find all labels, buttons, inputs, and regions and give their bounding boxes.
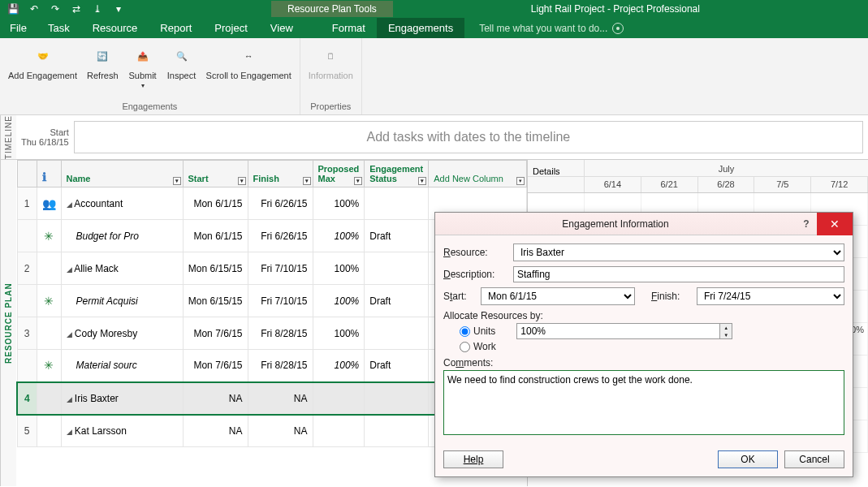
qat-icon[interactable]: ⇄ [70, 2, 83, 15]
inspect-button[interactable]: 🔍 Inspect [164, 41, 200, 82]
units-input[interactable] [516, 323, 719, 339]
col-name[interactable]: Name▾ [61, 161, 183, 187]
resource-select[interactable]: Iris Baxter [513, 244, 844, 261]
cell-name[interactable]: ◢ Iris Baxter [61, 382, 183, 415]
cell-start[interactable]: NA [183, 382, 248, 415]
timeline-bar[interactable]: Add tasks with dates to the timeline [74, 121, 863, 153]
tab-task[interactable]: Task [37, 18, 81, 38]
cell-start[interactable]: Mon 6/1/15 [183, 187, 248, 220]
spinner-arrows[interactable]: ▲▼ [719, 323, 732, 339]
cell-finish[interactable]: Fri 7/10/15 [248, 252, 313, 285]
tell-me-search[interactable]: Tell me what you want to do... [471, 18, 868, 38]
cell-finish[interactable]: NA [248, 415, 313, 447]
cell-status[interactable] [365, 382, 429, 415]
tab-view[interactable]: View [259, 18, 304, 38]
cell-start[interactable]: Mon 6/15/15 [183, 252, 248, 285]
col-add[interactable]: Add New Column▾ [429, 161, 526, 187]
cell-name[interactable]: ◢ Allie Mack [61, 252, 183, 285]
cell-status[interactable] [365, 317, 429, 350]
qat-icon[interactable]: ⤓ [91, 2, 104, 15]
row-number[interactable] [17, 285, 37, 317]
cell-max[interactable]: 100% [313, 252, 365, 285]
indicator-icon [37, 252, 61, 285]
start-select[interactable]: Mon 6/1/15 [481, 287, 635, 305]
cell-status[interactable] [365, 415, 429, 447]
submit-button[interactable]: 📤 Submit ▾ [125, 41, 161, 91]
chevron-down-icon[interactable]: ▾ [173, 177, 181, 185]
add-engagement-button[interactable]: 🤝 Add Engagement [5, 41, 80, 82]
col-status[interactable]: Engagement Status▾ [365, 161, 429, 187]
col-info[interactable]: ℹ [37, 161, 61, 187]
cell-max[interactable]: 100% [313, 285, 365, 317]
row-number[interactable] [17, 350, 37, 382]
tab-format[interactable]: Format [321, 18, 377, 38]
cell-max[interactable]: 100% [313, 350, 365, 382]
cell-start[interactable]: Mon 7/6/15 [183, 350, 248, 382]
cell-name[interactable]: ◢ Kat Larsson [61, 415, 183, 447]
cell-start[interactable]: Mon 7/6/15 [183, 317, 248, 350]
cell-start[interactable]: NA [183, 415, 248, 447]
undo-icon[interactable]: ↶ [28, 2, 41, 15]
row-number[interactable]: 1 [17, 187, 37, 220]
chevron-down-icon[interactable]: ▾ [418, 177, 426, 185]
units-spinner[interactable]: ▲▼ [516, 323, 732, 339]
qat-dropdown-icon[interactable]: ▾ [112, 2, 125, 15]
cell-start[interactable]: Mon 6/15/15 [183, 285, 248, 317]
help-button[interactable]: Help [443, 450, 503, 468]
tab-report[interactable]: Report [149, 18, 203, 38]
units-radio[interactable]: Units [460, 325, 495, 337]
tab-file[interactable]: File [0, 18, 37, 38]
row-number[interactable]: 4 [17, 382, 37, 415]
finish-label: Finish: [651, 291, 692, 302]
description-input[interactable] [513, 266, 844, 282]
chevron-down-icon[interactable]: ▾ [303, 177, 311, 185]
cell-name[interactable]: ◢ Cody Moresby [61, 317, 183, 350]
cell-finish[interactable]: Fri 6/26/15 [248, 220, 313, 252]
col-start[interactable]: Start▾ [183, 161, 248, 187]
chevron-down-icon[interactable]: ▾ [354, 177, 362, 185]
cell-start[interactable]: Mon 6/1/15 [183, 220, 248, 252]
cell-finish[interactable]: Fri 8/28/15 [248, 317, 313, 350]
cell-finish[interactable]: Fri 6/26/15 [248, 187, 313, 220]
cell-name[interactable]: Material sourc [61, 350, 183, 382]
dialog-help-icon[interactable]: ? [796, 218, 817, 230]
finish-select[interactable]: Fri 7/24/15 [697, 287, 844, 305]
redo-icon[interactable]: ↷ [49, 2, 62, 15]
cell-finish[interactable]: NA [248, 382, 313, 415]
dialog-titlebar[interactable]: Engagement Information ? ✕ [435, 213, 853, 235]
row-number[interactable] [17, 220, 37, 252]
save-icon[interactable]: 💾 [6, 2, 19, 15]
cell-status[interactable]: Draft [365, 220, 429, 252]
scroll-to-engagement-button[interactable]: ↔ Scroll to Engagement [203, 41, 295, 82]
close-icon[interactable]: ✕ [817, 213, 853, 235]
chevron-down-icon[interactable]: ▾ [516, 177, 525, 185]
row-number[interactable]: 2 [17, 252, 37, 285]
cell-name[interactable]: Budget for Pro [61, 220, 183, 252]
comments-textarea[interactable] [443, 370, 844, 435]
cell-status[interactable]: Draft [365, 285, 429, 317]
ok-button[interactable]: OK [718, 450, 778, 468]
tab-resource[interactable]: Resource [81, 18, 149, 38]
cell-max[interactable] [313, 415, 365, 447]
cell-name[interactable]: Permit Acquisi [61, 285, 183, 317]
cell-max[interactable]: 100% [313, 317, 365, 350]
cell-max[interactable] [313, 382, 365, 415]
tab-engagements[interactable]: Engagements [377, 18, 464, 38]
cell-name[interactable]: ◢ Accountant [61, 187, 183, 220]
cell-status[interactable] [365, 187, 429, 220]
chevron-down-icon[interactable]: ▾ [238, 177, 246, 185]
cell-status[interactable] [365, 252, 429, 285]
refresh-button[interactable]: 🔄 Refresh [84, 41, 122, 82]
cell-finish[interactable]: Fri 8/28/15 [248, 350, 313, 382]
col-finish[interactable]: Finish▾ [248, 161, 313, 187]
work-radio[interactable]: Work [460, 341, 496, 352]
cell-finish[interactable]: Fri 7/10/15 [248, 285, 313, 317]
row-number[interactable]: 5 [17, 415, 37, 447]
col-max[interactable]: Proposed Max▾ [313, 161, 365, 187]
cancel-button[interactable]: Cancel [784, 450, 844, 468]
row-number[interactable]: 3 [17, 317, 37, 350]
cell-max[interactable]: 100% [313, 187, 365, 220]
tab-project[interactable]: Project [203, 18, 258, 38]
cell-max[interactable]: 100% [313, 220, 365, 252]
cell-status[interactable]: Draft [365, 350, 429, 382]
